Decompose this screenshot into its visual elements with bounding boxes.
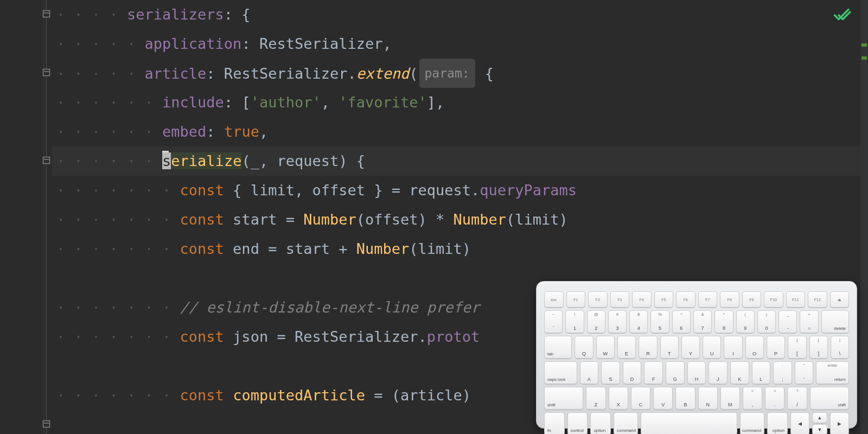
key[interactable]: F3 bbox=[610, 291, 630, 308]
key[interactable]: &7 bbox=[693, 310, 712, 333]
key[interactable]: *8 bbox=[714, 310, 733, 333]
code-line[interactable]: · · · · · · · const end = start + Number… bbox=[52, 234, 868, 264]
error-stripe[interactable] bbox=[860, 0, 868, 434]
fold-toggle-icon[interactable] bbox=[42, 420, 50, 428]
key[interactable]: I bbox=[724, 336, 742, 359]
key[interactable]: X bbox=[609, 387, 628, 410]
key[interactable]: esc bbox=[544, 291, 564, 308]
key[interactable]: delete bbox=[821, 310, 849, 333]
key[interactable]: option bbox=[767, 412, 788, 434]
key[interactable]: F bbox=[644, 361, 663, 384]
key[interactable]: control bbox=[567, 412, 588, 434]
key[interactable]: {[ bbox=[788, 336, 806, 359]
key[interactable]: )0 bbox=[757, 310, 776, 333]
key[interactable]: B bbox=[675, 387, 695, 410]
key[interactable]: D bbox=[623, 361, 642, 384]
fold-toggle-icon[interactable] bbox=[42, 68, 50, 76]
key[interactable]: caps lock bbox=[544, 361, 577, 384]
key[interactable]: S bbox=[601, 361, 620, 384]
key[interactable]: O bbox=[745, 336, 764, 359]
key[interactable]: Q bbox=[575, 336, 593, 359]
key[interactable]: += bbox=[800, 310, 818, 333]
code-line[interactable]: · · · · · · · const { limit, offset } = … bbox=[52, 176, 868, 205]
key[interactable]: F1 bbox=[566, 291, 586, 308]
key[interactable]: M bbox=[720, 387, 740, 410]
key[interactable]: command bbox=[614, 412, 638, 434]
key[interactable]: ^6 bbox=[672, 310, 691, 333]
key[interactable]: shift bbox=[544, 387, 583, 410]
key[interactable]: F10 bbox=[764, 291, 783, 308]
fold-toggle-icon[interactable] bbox=[42, 156, 50, 164]
key[interactable]: ⏏ bbox=[830, 291, 850, 308]
key[interactable]: _- bbox=[778, 310, 797, 333]
key[interactable] bbox=[641, 412, 737, 434]
key[interactable]: fn bbox=[544, 412, 565, 434]
key[interactable]: Z bbox=[586, 387, 605, 410]
code-line[interactable]: · · · · · · · const start = Number(offse… bbox=[52, 205, 868, 234]
key[interactable]: A bbox=[580, 361, 599, 384]
key[interactable]: F6 bbox=[676, 291, 695, 308]
key[interactable]: tab bbox=[544, 336, 572, 359]
code-line[interactable]: · · · · · · include: ['author', 'favorit… bbox=[52, 88, 868, 117]
key[interactable]: J bbox=[709, 361, 727, 384]
key[interactable]: G bbox=[666, 361, 685, 384]
key[interactable]: H bbox=[687, 361, 706, 384]
key[interactable]: option bbox=[590, 412, 611, 434]
code-line[interactable]: · · · · · · embed: true, bbox=[52, 117, 868, 146]
key[interactable]: command bbox=[740, 412, 764, 434]
key[interactable]: "' bbox=[795, 361, 814, 384]
key[interactable]: %5 bbox=[650, 310, 669, 333]
key[interactable]: T bbox=[660, 336, 679, 359]
key[interactable]: K bbox=[730, 361, 749, 384]
key[interactable]: W bbox=[596, 336, 615, 359]
key[interactable]: E bbox=[617, 336, 636, 359]
key[interactable]: F12 bbox=[808, 291, 827, 308]
key[interactable]: V bbox=[653, 387, 673, 410]
key[interactable]: F7 bbox=[698, 291, 718, 308]
key[interactable]: |\ bbox=[831, 336, 849, 359]
key[interactable]: >. bbox=[765, 387, 784, 410]
code-line[interactable]: · · · · serializers: { bbox=[52, 0, 868, 29]
key[interactable]: shift bbox=[810, 387, 849, 410]
code-line[interactable]: · · · · · article: RestSerializer.extend… bbox=[52, 59, 868, 88]
key[interactable]: F11 bbox=[786, 291, 806, 308]
stripe-marker[interactable] bbox=[861, 56, 867, 60]
key[interactable]: N bbox=[698, 387, 718, 410]
key[interactable]: ▼ bbox=[812, 424, 828, 434]
keyboard-row: ~`!1@2#3$4%5^6&7*8(9)0_-+=delete bbox=[544, 310, 849, 333]
key[interactable]: ?/ bbox=[787, 387, 807, 410]
keyboard-row: tabQWERTYUIOP{[}]|\ bbox=[544, 336, 849, 359]
key[interactable]: !1 bbox=[565, 310, 584, 333]
key[interactable]: (9 bbox=[736, 310, 755, 333]
key[interactable]: $4 bbox=[629, 310, 648, 333]
code-line[interactable]: · · · · · · serialize(_, request) { bbox=[52, 146, 868, 176]
key[interactable]: F9 bbox=[742, 291, 762, 308]
indent-guides: · · · · · · bbox=[56, 94, 162, 111]
key[interactable]: ▶ bbox=[830, 412, 849, 434]
key[interactable]: C bbox=[631, 387, 650, 410]
key[interactable]: L bbox=[752, 361, 771, 384]
code-line[interactable]: · · · · · application: RestSerializer, bbox=[52, 29, 868, 59]
key[interactable]: F8 bbox=[720, 291, 739, 308]
indent-guides: · · · · · · bbox=[56, 123, 162, 140]
key[interactable]: @2 bbox=[587, 310, 605, 333]
key[interactable]: F2 bbox=[588, 291, 608, 308]
key[interactable]: F4 bbox=[632, 291, 652, 308]
key[interactable]: ▲ bbox=[812, 412, 828, 423]
key[interactable]: U bbox=[703, 336, 721, 359]
key[interactable]: R bbox=[639, 336, 657, 359]
key[interactable]: ◀ bbox=[790, 412, 809, 434]
key[interactable]: Y bbox=[681, 336, 700, 359]
inspection-ok-icon[interactable] bbox=[832, 5, 852, 27]
stripe-marker[interactable] bbox=[861, 43, 867, 47]
key[interactable]: <, bbox=[743, 387, 762, 410]
code-token: 'author' bbox=[251, 94, 321, 111]
key[interactable]: F5 bbox=[654, 291, 674, 308]
key[interactable]: enterreturn bbox=[816, 361, 849, 384]
fold-toggle-icon[interactable] bbox=[42, 10, 50, 18]
key[interactable]: #3 bbox=[608, 310, 627, 333]
key[interactable]: :; bbox=[773, 361, 792, 384]
key[interactable]: P bbox=[767, 336, 785, 359]
key[interactable]: ~` bbox=[544, 310, 563, 333]
key[interactable]: }] bbox=[809, 336, 828, 359]
